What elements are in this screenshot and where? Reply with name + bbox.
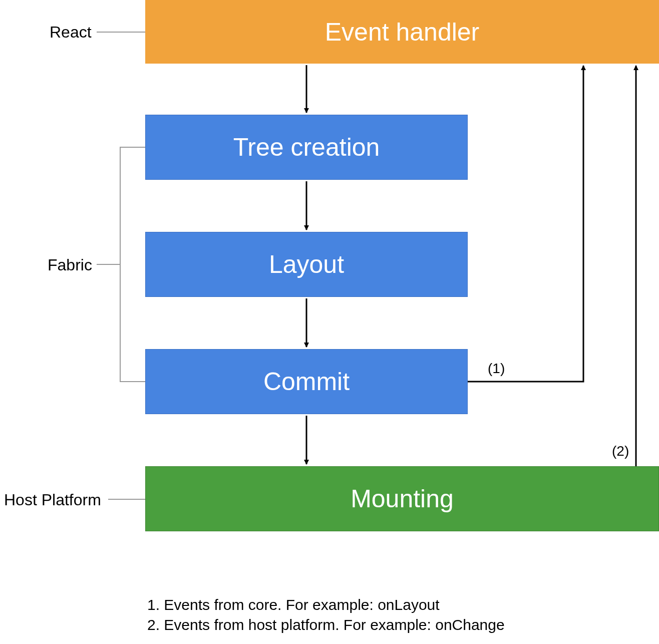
footnote-two: 2. Events from host platform. For exampl… [147, 616, 505, 633]
event-handler-label: Event handler [325, 18, 480, 47]
mounting-box: Mounting [145, 466, 659, 531]
commit-label: Commit [263, 367, 350, 396]
layout-box: Layout [145, 232, 468, 297]
mounting-label: Mounting [351, 484, 454, 513]
diagram-canvas: Event handler Tree creation Layout Commi… [0, 0, 659, 644]
host-platform-side-label: Host Platform [4, 491, 101, 509]
tree-creation-box: Tree creation [145, 115, 468, 180]
layout-label: Layout [269, 250, 344, 279]
arrows-overlay [0, 0, 659, 644]
footnote-one: 1. Events from core. For example: onLayo… [147, 596, 440, 613]
react-side-label: React [50, 23, 92, 42]
annotation-two: (2) [612, 443, 629, 459]
commit-box: Commit [145, 349, 468, 414]
annotation-one: (1) [488, 361, 505, 377]
tree-creation-label: Tree creation [233, 133, 380, 162]
event-handler-box: Event handler [145, 0, 659, 64]
fabric-side-label: Fabric [48, 256, 92, 274]
